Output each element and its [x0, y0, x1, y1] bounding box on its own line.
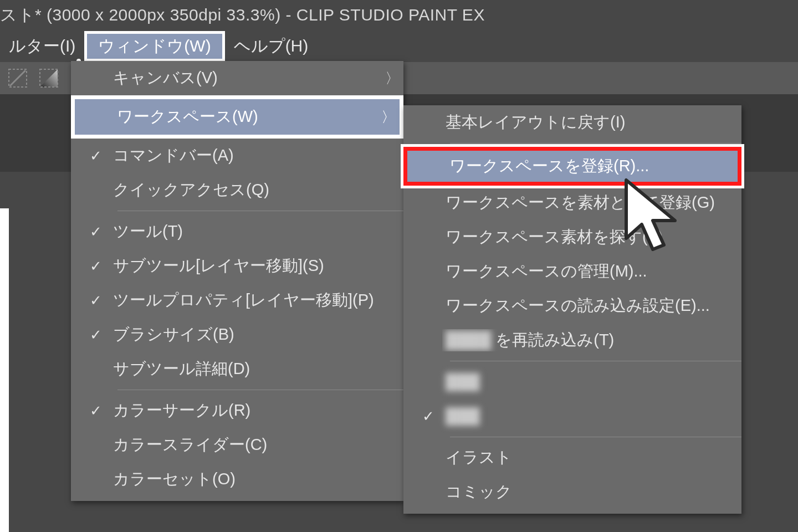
window-title: スト* (3000 x 2000px 350dpi 33.3%) - CLIP … [0, 0, 798, 30]
check-icon: ✓ [82, 147, 110, 165]
menu-item-label: ワークスペースを登録(R)... [446, 155, 715, 177]
menu-item-label: サブツール詳細(D) [110, 358, 381, 380]
check-icon: ✓ [82, 402, 110, 420]
svg-line-1 [10, 70, 25, 86]
menu-item-label: イラスト [442, 447, 719, 469]
menu-item-label: ワークスペースの読み込み設定(E)... [442, 295, 719, 317]
submenu-manage[interactable]: ワークスペースの管理(M)... [403, 254, 741, 289]
workspace-submenu-panel: 基本レイアウトに戻す(I) ワークスペースを登録(R)... ワークスペースを素… [403, 105, 741, 514]
reload-suffix: を再読み込み(T) [495, 331, 614, 349]
menu-item-colorset[interactable]: カラーセット(O) [71, 462, 403, 497]
menu-item-colorslider[interactable]: カラースライダー(C) [71, 428, 403, 462]
menu-window[interactable]: ウィンドウ(W) [84, 31, 224, 62]
menu-separator [117, 390, 403, 390]
menu-item-toolproperty[interactable]: ✓ ツールプロパティ[レイヤー移動](P) [71, 283, 403, 318]
menu-item-label: カラーセット(O) [110, 468, 381, 490]
submenu-import-settings[interactable]: ワークスペースの読み込み設定(E)... [403, 289, 741, 323]
menu-item-label: キャンバス(V) [110, 67, 381, 89]
check-icon: ✓ [82, 223, 110, 241]
menu-help[interactable]: ヘルプ(H) [225, 33, 318, 60]
menu-item-label: ████ を再読み込み(T) [442, 329, 719, 351]
blurred-text: ███ [442, 407, 719, 426]
blurred-text: ████ [446, 331, 491, 349]
check-icon: ✓ [82, 326, 110, 344]
menu-item-label: クイックアクセス(Q) [110, 179, 381, 201]
menu-item-commandbar[interactable]: ✓ コマンドバー(A) [71, 139, 403, 173]
chevron-right-icon: 〉 [381, 69, 403, 88]
submenu-workspace-item-1[interactable]: ███ [403, 365, 741, 399]
menu-item-label: コミック [442, 481, 719, 503]
menu-item-label: ブラシサイズ(B) [110, 324, 381, 346]
submenu-register-material[interactable]: ワークスペースを素材として登録(G) [403, 186, 741, 220]
menu-item-brushsize[interactable]: ✓ ブラシサイズ(B) [71, 318, 403, 352]
menu-item-label: ワークスペース素材を探す(F) [442, 226, 719, 248]
menu-item-label: コマンドバー(A) [110, 145, 381, 167]
menu-item-label: カラーサークル(R) [110, 400, 381, 422]
menu-item-label: 基本レイアウトに戻す(I) [442, 111, 719, 134]
menu-item-label: ワークスペースを素材として登録(G) [442, 192, 719, 214]
selection-none-icon[interactable] [4, 66, 31, 90]
menu-bar: ルター(I) ウィンドウ(W) ヘルプ(H) [0, 30, 798, 62]
window-menu-panel: キャンバス(V) 〉 ワークスペース(W) 〉 ✓ コマンドバー(A) クイック… [71, 61, 403, 501]
submenu-workspace-item-2[interactable]: ✓ ███ [403, 399, 741, 433]
check-icon: ✓ [415, 408, 442, 425]
menu-separator [117, 211, 403, 211]
menu-item-colorcircle[interactable]: ✓ カラーサークル(R) [71, 393, 403, 428]
svg-marker-2 [40, 69, 58, 87]
chevron-right-icon: 〉 [377, 108, 400, 127]
submenu-find-material[interactable]: ワークスペース素材を探す(F) [403, 220, 741, 254]
menu-item-subtooldetail[interactable]: サブツール詳細(D) [71, 352, 403, 386]
menu-item-quickaccess[interactable]: クイックアクセス(Q) [71, 173, 403, 207]
submenu-reload[interactable]: ████ を再読み込み(T) [403, 323, 741, 357]
menu-separator [450, 437, 741, 437]
menu-item-subtool[interactable]: ✓ サブツール[レイヤー移動](S) [71, 249, 403, 283]
check-icon: ✓ [82, 258, 110, 275]
menu-item-label: サブツール[レイヤー移動](S) [110, 255, 381, 277]
blurred-text: ███ [442, 373, 719, 391]
menu-item-label: カラースライダー(C) [110, 434, 381, 456]
menu-item-label: ツールプロパティ[レイヤー移動](P) [110, 289, 381, 311]
submenu-reset-layout[interactable]: 基本レイアウトに戻す(I) [403, 105, 741, 140]
menu-separator [450, 143, 741, 144]
selection-gradient-icon[interactable] [35, 66, 62, 90]
menu-item-label: ワークスペース(W) [114, 106, 377, 128]
menu-item-tool[interactable]: ✓ ツール(T) [71, 214, 403, 249]
submenu-comic[interactable]: コミック [403, 475, 741, 509]
menu-item-workspace[interactable]: ワークスペース(W) 〉 [71, 95, 403, 139]
canvas-edge [0, 208, 9, 532]
submenu-register-workspace[interactable]: ワークスペースを登録(R)... [403, 147, 741, 186]
check-icon: ✓ [82, 292, 110, 309]
menu-item-label: ワークスペースの管理(M)... [442, 260, 719, 283]
menu-item-canvas[interactable]: キャンバス(V) 〉 [71, 61, 403, 95]
menu-separator [450, 361, 741, 361]
menu-filter[interactable]: ルター(I) [0, 33, 84, 60]
menu-item-label: ツール(T) [110, 221, 381, 243]
submenu-illust[interactable]: イラスト [403, 441, 741, 475]
